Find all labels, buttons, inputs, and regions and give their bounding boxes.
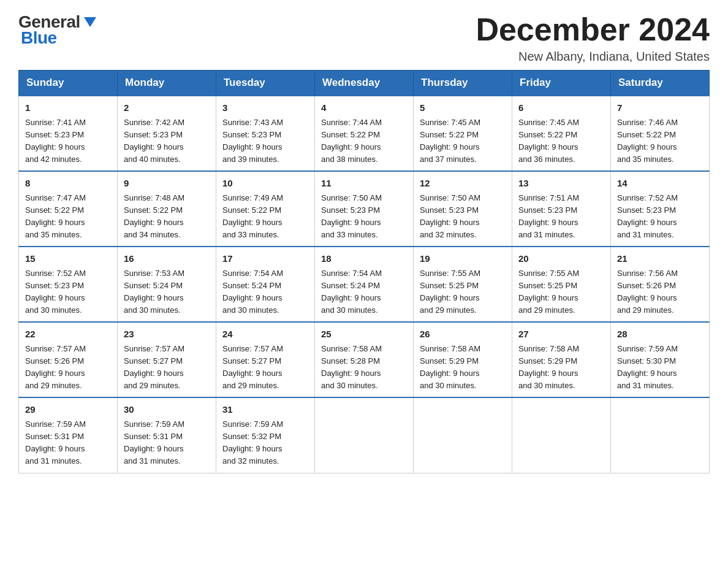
month-title: December 2024 <box>476 12 710 47</box>
day-info: Sunrise: 7:50 AMSunset: 5:23 PMDaylight:… <box>321 192 407 242</box>
sunset-label: Sunset: 5:29 PM <box>518 356 577 366</box>
sunset-label: Sunset: 5:25 PM <box>420 281 479 290</box>
day-number: 5 <box>420 101 506 115</box>
calendar-day-cell: 19Sunrise: 7:55 AMSunset: 5:25 PMDayligh… <box>414 247 512 322</box>
day-info: Sunrise: 7:52 AMSunset: 5:23 PMDaylight:… <box>617 192 703 242</box>
daylight-label: Daylight: 9 hoursand 31 minutes. <box>617 218 677 239</box>
sunset-label: Sunset: 5:23 PM <box>321 205 380 215</box>
sunset-label: Sunset: 5:31 PM <box>124 432 183 441</box>
logo: General Blue <box>18 12 96 48</box>
daylight-label: Daylight: 9 hoursand 32 minutes. <box>420 218 480 239</box>
day-of-week-header: Wednesday <box>315 71 414 96</box>
sunset-label: Sunset: 5:27 PM <box>124 356 183 366</box>
calendar-week-row: 8Sunrise: 7:47 AMSunset: 5:22 PMDaylight… <box>19 171 710 247</box>
day-number: 7 <box>617 101 703 115</box>
calendar-day-cell: 16Sunrise: 7:53 AMSunset: 5:24 PMDayligh… <box>118 247 216 322</box>
sunset-label: Sunset: 5:24 PM <box>321 281 380 290</box>
daylight-label: Daylight: 9 hoursand 30 minutes. <box>25 293 85 315</box>
calendar-day-cell: 18Sunrise: 7:54 AMSunset: 5:24 PMDayligh… <box>315 247 414 322</box>
daylight-label: Daylight: 9 hoursand 32 minutes. <box>222 444 282 465</box>
day-info: Sunrise: 7:54 AMSunset: 5:24 PMDaylight:… <box>321 267 407 317</box>
sunrise-label: Sunrise: 7:50 AM <box>321 193 382 202</box>
day-number: 11 <box>321 177 407 191</box>
daylight-label: Daylight: 9 hoursand 30 minutes. <box>518 369 578 390</box>
sunset-label: Sunset: 5:23 PM <box>222 130 281 139</box>
day-number: 18 <box>321 252 407 266</box>
sunrise-label: Sunrise: 7:58 AM <box>518 344 579 353</box>
day-number: 4 <box>321 101 407 115</box>
day-number: 28 <box>617 327 703 342</box>
day-number: 9 <box>124 177 210 191</box>
day-number: 14 <box>617 177 703 191</box>
day-info: Sunrise: 7:51 AMSunset: 5:23 PMDaylight:… <box>518 192 604 242</box>
sunrise-label: Sunrise: 7:50 AM <box>420 193 480 202</box>
daylight-label: Daylight: 9 hoursand 30 minutes. <box>222 293 282 315</box>
sunrise-label: Sunrise: 7:58 AM <box>321 344 382 353</box>
sunrise-label: Sunrise: 7:59 AM <box>222 419 283 429</box>
sunrise-label: Sunrise: 7:42 AM <box>124 118 184 127</box>
day-info: Sunrise: 7:59 AMSunset: 5:30 PMDaylight:… <box>617 343 703 393</box>
logo-blue-text: Blue <box>18 28 57 48</box>
daylight-label: Daylight: 9 hoursand 30 minutes. <box>321 369 381 390</box>
calendar-day-cell: 17Sunrise: 7:54 AMSunset: 5:24 PMDayligh… <box>216 247 315 322</box>
day-info: Sunrise: 7:52 AMSunset: 5:23 PMDaylight:… <box>25 267 111 317</box>
sunrise-label: Sunrise: 7:51 AM <box>518 193 579 202</box>
day-of-week-header: Monday <box>118 71 216 96</box>
daylight-label: Daylight: 9 hoursand 35 minutes. <box>25 218 85 239</box>
calendar-day-cell <box>414 397 512 473</box>
sunset-label: Sunset: 5:28 PM <box>321 356 380 366</box>
sunset-label: Sunset: 5:31 PM <box>25 432 84 441</box>
sunrise-label: Sunrise: 7:41 AM <box>25 118 86 127</box>
sunset-label: Sunset: 5:23 PM <box>617 205 676 215</box>
calendar-day-cell: 25Sunrise: 7:58 AMSunset: 5:28 PMDayligh… <box>315 322 414 397</box>
daylight-label: Daylight: 9 hoursand 31 minutes. <box>25 444 85 465</box>
calendar-day-cell: 20Sunrise: 7:55 AMSunset: 5:25 PMDayligh… <box>512 247 611 322</box>
daylight-label: Daylight: 9 hoursand 31 minutes. <box>518 218 578 239</box>
daylight-label: Daylight: 9 hoursand 30 minutes. <box>321 293 381 315</box>
sunset-label: Sunset: 5:24 PM <box>124 281 183 290</box>
logo-triangle-icon <box>84 17 96 27</box>
sunrise-label: Sunrise: 7:52 AM <box>617 193 678 202</box>
day-number: 3 <box>222 101 308 115</box>
sunset-label: Sunset: 5:23 PM <box>420 205 479 215</box>
sunrise-label: Sunrise: 7:45 AM <box>420 118 480 127</box>
day-info: Sunrise: 7:48 AMSunset: 5:22 PMDaylight:… <box>124 192 210 242</box>
calendar-day-cell <box>512 397 611 473</box>
day-of-week-header: Thursday <box>414 71 512 96</box>
calendar-day-cell: 26Sunrise: 7:58 AMSunset: 5:29 PMDayligh… <box>414 322 512 397</box>
calendar-week-row: 22Sunrise: 7:57 AMSunset: 5:26 PMDayligh… <box>19 322 710 397</box>
day-info: Sunrise: 7:54 AMSunset: 5:24 PMDaylight:… <box>222 267 308 317</box>
sunrise-label: Sunrise: 7:52 AM <box>25 269 86 278</box>
calendar-day-cell: 3Sunrise: 7:43 AMSunset: 5:23 PMDaylight… <box>216 96 315 171</box>
calendar-day-cell: 11Sunrise: 7:50 AMSunset: 5:23 PMDayligh… <box>315 171 414 247</box>
day-number: 17 <box>222 252 308 266</box>
sunrise-label: Sunrise: 7:44 AM <box>321 118 382 127</box>
sunset-label: Sunset: 5:26 PM <box>25 356 84 366</box>
day-info: Sunrise: 7:57 AMSunset: 5:26 PMDaylight:… <box>25 343 111 393</box>
daylight-label: Daylight: 9 hoursand 29 minutes. <box>25 369 85 390</box>
day-number: 19 <box>420 252 506 266</box>
daylight-label: Daylight: 9 hoursand 30 minutes. <box>124 293 184 315</box>
day-info: Sunrise: 7:55 AMSunset: 5:25 PMDaylight:… <box>518 267 604 317</box>
sunset-label: Sunset: 5:26 PM <box>617 281 676 290</box>
day-number: 6 <box>518 101 604 115</box>
calendar-day-cell: 24Sunrise: 7:57 AMSunset: 5:27 PMDayligh… <box>216 322 315 397</box>
day-number: 20 <box>518 252 604 266</box>
day-info: Sunrise: 7:41 AMSunset: 5:23 PMDaylight:… <box>25 117 111 166</box>
sunset-label: Sunset: 5:29 PM <box>420 356 479 366</box>
day-number: 2 <box>124 101 210 115</box>
calendar-day-cell: 14Sunrise: 7:52 AMSunset: 5:23 PMDayligh… <box>611 171 710 247</box>
calendar-day-cell: 15Sunrise: 7:52 AMSunset: 5:23 PMDayligh… <box>19 247 118 322</box>
sunset-label: Sunset: 5:22 PM <box>518 130 577 139</box>
day-number: 29 <box>25 403 111 417</box>
day-number: 23 <box>124 327 210 342</box>
daylight-label: Daylight: 9 hoursand 31 minutes. <box>124 444 184 465</box>
sunrise-label: Sunrise: 7:45 AM <box>518 118 579 127</box>
sunset-label: Sunset: 5:22 PM <box>617 130 676 139</box>
sunrise-label: Sunrise: 7:54 AM <box>321 269 382 278</box>
sunrise-label: Sunrise: 7:55 AM <box>518 269 579 278</box>
day-of-week-header: Sunday <box>19 71 118 96</box>
daylight-label: Daylight: 9 hoursand 40 minutes. <box>124 142 184 164</box>
day-info: Sunrise: 7:57 AMSunset: 5:27 PMDaylight:… <box>222 343 308 393</box>
daylight-label: Daylight: 9 hoursand 38 minutes. <box>321 142 381 164</box>
